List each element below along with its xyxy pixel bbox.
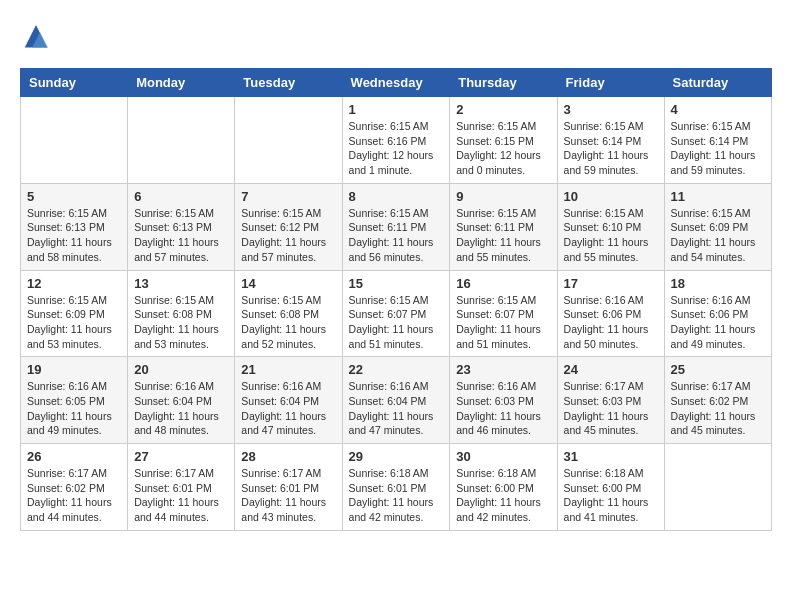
day-number: 12 [27,276,121,291]
day-info: Sunrise: 6:15 AM Sunset: 6:07 PM Dayligh… [456,293,550,352]
day-number: 15 [349,276,444,291]
day-info: Sunrise: 6:17 AM Sunset: 6:01 PM Dayligh… [241,466,335,525]
day-number: 8 [349,189,444,204]
day-info: Sunrise: 6:15 AM Sunset: 6:07 PM Dayligh… [349,293,444,352]
day-info: Sunrise: 6:15 AM Sunset: 6:15 PM Dayligh… [456,119,550,178]
day-info: Sunrise: 6:16 AM Sunset: 6:06 PM Dayligh… [671,293,765,352]
day-number: 16 [456,276,550,291]
day-number: 17 [564,276,658,291]
logo-icon [20,20,52,52]
calendar-cell: 11Sunrise: 6:15 AM Sunset: 6:09 PM Dayli… [664,183,771,270]
day-info: Sunrise: 6:17 AM Sunset: 6:01 PM Dayligh… [134,466,228,525]
calendar-cell: 7Sunrise: 6:15 AM Sunset: 6:12 PM Daylig… [235,183,342,270]
day-number: 13 [134,276,228,291]
day-number: 28 [241,449,335,464]
day-info: Sunrise: 6:18 AM Sunset: 6:00 PM Dayligh… [456,466,550,525]
calendar-cell: 6Sunrise: 6:15 AM Sunset: 6:13 PM Daylig… [128,183,235,270]
day-info: Sunrise: 6:15 AM Sunset: 6:13 PM Dayligh… [27,206,121,265]
day-number: 19 [27,362,121,377]
calendar-cell: 17Sunrise: 6:16 AM Sunset: 6:06 PM Dayli… [557,270,664,357]
day-info: Sunrise: 6:17 AM Sunset: 6:03 PM Dayligh… [564,379,658,438]
calendar-cell: 3Sunrise: 6:15 AM Sunset: 6:14 PM Daylig… [557,97,664,184]
day-number: 9 [456,189,550,204]
day-number: 23 [456,362,550,377]
calendar-cell: 24Sunrise: 6:17 AM Sunset: 6:03 PM Dayli… [557,357,664,444]
calendar-cell: 23Sunrise: 6:16 AM Sunset: 6:03 PM Dayli… [450,357,557,444]
calendar-cell [21,97,128,184]
calendar-cell: 12Sunrise: 6:15 AM Sunset: 6:09 PM Dayli… [21,270,128,357]
calendar-cell: 4Sunrise: 6:15 AM Sunset: 6:14 PM Daylig… [664,97,771,184]
calendar-cell: 19Sunrise: 6:16 AM Sunset: 6:05 PM Dayli… [21,357,128,444]
calendar-week-row: 19Sunrise: 6:16 AM Sunset: 6:05 PM Dayli… [21,357,772,444]
calendar-cell: 5Sunrise: 6:15 AM Sunset: 6:13 PM Daylig… [21,183,128,270]
page-header [20,20,772,52]
day-info: Sunrise: 6:15 AM Sunset: 6:14 PM Dayligh… [671,119,765,178]
day-number: 30 [456,449,550,464]
day-info: Sunrise: 6:16 AM Sunset: 6:04 PM Dayligh… [241,379,335,438]
calendar-cell: 25Sunrise: 6:17 AM Sunset: 6:02 PM Dayli… [664,357,771,444]
day-info: Sunrise: 6:15 AM Sunset: 6:08 PM Dayligh… [134,293,228,352]
calendar-cell: 14Sunrise: 6:15 AM Sunset: 6:08 PM Dayli… [235,270,342,357]
calendar-cell: 15Sunrise: 6:15 AM Sunset: 6:07 PM Dayli… [342,270,450,357]
day-number: 3 [564,102,658,117]
day-info: Sunrise: 6:15 AM Sunset: 6:16 PM Dayligh… [349,119,444,178]
calendar-header-sunday: Sunday [21,69,128,97]
calendar-header-wednesday: Wednesday [342,69,450,97]
calendar-cell [235,97,342,184]
calendar-cell: 16Sunrise: 6:15 AM Sunset: 6:07 PM Dayli… [450,270,557,357]
day-number: 6 [134,189,228,204]
calendar-cell: 20Sunrise: 6:16 AM Sunset: 6:04 PM Dayli… [128,357,235,444]
calendar-cell: 27Sunrise: 6:17 AM Sunset: 6:01 PM Dayli… [128,444,235,531]
day-number: 10 [564,189,658,204]
day-info: Sunrise: 6:15 AM Sunset: 6:08 PM Dayligh… [241,293,335,352]
calendar-header-friday: Friday [557,69,664,97]
day-info: Sunrise: 6:16 AM Sunset: 6:04 PM Dayligh… [349,379,444,438]
day-number: 21 [241,362,335,377]
day-number: 7 [241,189,335,204]
calendar-cell: 13Sunrise: 6:15 AM Sunset: 6:08 PM Dayli… [128,270,235,357]
day-number: 2 [456,102,550,117]
calendar-cell: 22Sunrise: 6:16 AM Sunset: 6:04 PM Dayli… [342,357,450,444]
day-number: 11 [671,189,765,204]
day-info: Sunrise: 6:16 AM Sunset: 6:06 PM Dayligh… [564,293,658,352]
day-info: Sunrise: 6:16 AM Sunset: 6:05 PM Dayligh… [27,379,121,438]
calendar-cell [664,444,771,531]
day-info: Sunrise: 6:15 AM Sunset: 6:11 PM Dayligh… [456,206,550,265]
calendar-header-tuesday: Tuesday [235,69,342,97]
calendar-cell: 1Sunrise: 6:15 AM Sunset: 6:16 PM Daylig… [342,97,450,184]
calendar-cell: 10Sunrise: 6:15 AM Sunset: 6:10 PM Dayli… [557,183,664,270]
calendar-header-thursday: Thursday [450,69,557,97]
calendar-cell: 31Sunrise: 6:18 AM Sunset: 6:00 PM Dayli… [557,444,664,531]
day-number: 5 [27,189,121,204]
day-info: Sunrise: 6:15 AM Sunset: 6:09 PM Dayligh… [27,293,121,352]
day-info: Sunrise: 6:18 AM Sunset: 6:01 PM Dayligh… [349,466,444,525]
day-number: 20 [134,362,228,377]
day-info: Sunrise: 6:15 AM Sunset: 6:09 PM Dayligh… [671,206,765,265]
day-number: 24 [564,362,658,377]
calendar-header-saturday: Saturday [664,69,771,97]
calendar-cell: 29Sunrise: 6:18 AM Sunset: 6:01 PM Dayli… [342,444,450,531]
calendar-week-row: 12Sunrise: 6:15 AM Sunset: 6:09 PM Dayli… [21,270,772,357]
day-number: 29 [349,449,444,464]
calendar-cell: 21Sunrise: 6:16 AM Sunset: 6:04 PM Dayli… [235,357,342,444]
calendar-cell: 8Sunrise: 6:15 AM Sunset: 6:11 PM Daylig… [342,183,450,270]
day-number: 26 [27,449,121,464]
day-number: 1 [349,102,444,117]
day-number: 4 [671,102,765,117]
calendar-cell: 9Sunrise: 6:15 AM Sunset: 6:11 PM Daylig… [450,183,557,270]
day-number: 31 [564,449,658,464]
day-info: Sunrise: 6:17 AM Sunset: 6:02 PM Dayligh… [671,379,765,438]
calendar-header-row: SundayMondayTuesdayWednesdayThursdayFrid… [21,69,772,97]
day-number: 18 [671,276,765,291]
logo [20,20,59,52]
day-info: Sunrise: 6:16 AM Sunset: 6:04 PM Dayligh… [134,379,228,438]
day-info: Sunrise: 6:15 AM Sunset: 6:10 PM Dayligh… [564,206,658,265]
calendar-week-row: 5Sunrise: 6:15 AM Sunset: 6:13 PM Daylig… [21,183,772,270]
day-number: 22 [349,362,444,377]
day-number: 27 [134,449,228,464]
day-info: Sunrise: 6:16 AM Sunset: 6:03 PM Dayligh… [456,379,550,438]
calendar-table: SundayMondayTuesdayWednesdayThursdayFrid… [20,68,772,531]
calendar-cell: 30Sunrise: 6:18 AM Sunset: 6:00 PM Dayli… [450,444,557,531]
calendar-cell: 28Sunrise: 6:17 AM Sunset: 6:01 PM Dayli… [235,444,342,531]
calendar-week-row: 26Sunrise: 6:17 AM Sunset: 6:02 PM Dayli… [21,444,772,531]
